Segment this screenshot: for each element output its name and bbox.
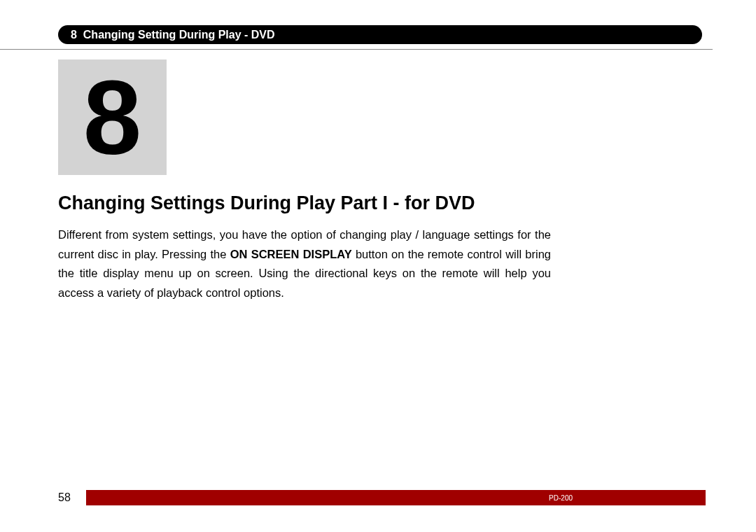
header-rule bbox=[0, 49, 713, 50]
section-number: 8 bbox=[71, 29, 77, 41]
body-bold: ON SCREEN DISPLAY bbox=[230, 248, 352, 260]
footer-red-bar: PD-200 bbox=[86, 490, 706, 505]
body-paragraph: Different from system settings, you have… bbox=[58, 225, 551, 303]
section-title: Changing Setting During Play - DVD bbox=[83, 29, 275, 41]
page-number: 58 bbox=[58, 491, 86, 504]
footer-model: PD-200 bbox=[549, 494, 573, 502]
chapter-number: 8 bbox=[83, 65, 141, 170]
main-heading: Changing Settings During Play Part I - f… bbox=[58, 192, 475, 214]
section-header-pill: 8 Changing Setting During Play - DVD bbox=[58, 25, 702, 44]
section-header-text: 8 Changing Setting During Play - DVD bbox=[71, 29, 275, 41]
footer-bar: 58 PD-200 bbox=[58, 490, 706, 505]
chapter-number-box: 8 bbox=[58, 59, 167, 175]
